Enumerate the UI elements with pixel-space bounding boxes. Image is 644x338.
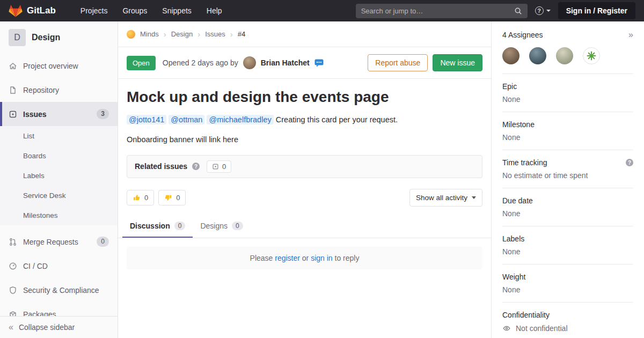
breadcrumb-project[interactable]: Design	[171, 30, 193, 38]
award-emoji-row: 0 0 Show all activity	[127, 189, 482, 207]
nav-item-groups[interactable]: Groups	[122, 6, 147, 15]
description-text: Creating this card per your request.	[276, 115, 398, 124]
issue-glyph-icon	[212, 163, 219, 170]
sidebar-item-label: Issues	[23, 110, 47, 119]
gitlab-tanuki-icon	[9, 4, 23, 17]
section-value: None	[502, 209, 633, 218]
collapse-right-sidebar-icon[interactable]: »	[628, 31, 633, 39]
sidebar-section-milestone: Milestone None	[502, 112, 633, 150]
shield-icon	[9, 286, 17, 295]
search-input[interactable]	[361, 7, 514, 15]
sidebar-subitem-list[interactable]: List	[0, 126, 118, 146]
related-issues-count: 0	[222, 163, 226, 171]
mention-link[interactable]: @jotto141	[127, 115, 166, 124]
chevron-right-icon: ›	[230, 30, 233, 39]
help-dropdown[interactable]: ?	[535, 6, 551, 15]
issues-count-badge: 3	[97, 109, 109, 119]
related-issues-title: Related issues	[135, 162, 187, 171]
sidebar-item-label: Security & Compliance	[23, 286, 99, 295]
issue-tabs: Discussion 0 Designs 0	[118, 215, 491, 238]
assignee-avatar[interactable]	[556, 47, 573, 64]
brand-name: GitLab	[27, 5, 56, 16]
collapse-sidebar-label: Collapse sidebar	[19, 323, 75, 332]
assignees-title: 4 Assignees	[502, 31, 543, 39]
help-circle-icon[interactable]: ?	[192, 163, 200, 170]
thumbs-up-button[interactable]: 0	[127, 190, 154, 205]
issue-title: Mock up and design the events page	[127, 89, 482, 106]
question-circle-icon: ?	[535, 6, 544, 15]
mention-link[interactable]: @ottman	[169, 115, 204, 124]
help-circle-icon[interactable]: ?	[626, 159, 633, 166]
breadcrumb-group[interactable]: Minds	[140, 30, 159, 38]
section-value: Not confidential	[516, 324, 568, 333]
section-value: No estimate or time spent	[502, 171, 633, 180]
sidebar-item-issues[interactable]: Issues 3	[0, 102, 118, 126]
sidebar-item-ci-cd[interactable]: CI / CD	[0, 254, 118, 278]
assignee-avatar[interactable]	[583, 47, 600, 64]
sidebar-subitem-labels[interactable]: Labels	[0, 166, 118, 186]
mention-link[interactable]: @michaelfbradley	[207, 115, 273, 124]
sidebar-item-project-overview[interactable]: Project overview	[0, 54, 118, 78]
sidebar-item-merge-requests[interactable]: Merge Requests 0	[0, 230, 118, 254]
reply-prompt: Please register or sign in to reply	[127, 247, 482, 269]
sidebar-subitem-milestones[interactable]: Milestones	[0, 205, 118, 225]
register-link[interactable]: register	[275, 254, 300, 262]
related-issues-count-pill: 0	[207, 160, 231, 173]
thumbs-down-button[interactable]: 0	[158, 190, 186, 205]
section-label: Labels	[502, 234, 633, 243]
issue-description: @jotto141 @ottman @michaelfbradley Creat…	[127, 114, 482, 126]
main-content: Minds › Design › Issues › #4 Open Opened…	[118, 21, 491, 338]
group-avatar[interactable]	[127, 30, 135, 39]
new-issue-button[interactable]: New issue	[433, 54, 482, 71]
tab-discussion[interactable]: Discussion 0	[122, 215, 193, 238]
section-value: None	[502, 133, 633, 142]
assignees-header: 4 Assignees »	[502, 31, 633, 39]
nav-item-projects[interactable]: Projects	[80, 6, 108, 15]
assignee-avatar[interactable]	[502, 47, 519, 64]
sidebar-subitem-boards[interactable]: Boards	[0, 146, 118, 166]
breadcrumb-issues[interactable]: Issues	[205, 30, 225, 38]
merge-requests-count-badge: 0	[97, 237, 109, 246]
tab-label: Designs	[200, 222, 228, 230]
tab-count-badge: 0	[174, 222, 186, 230]
tab-label: Discussion	[130, 222, 170, 230]
left-sidebar: D Design Project overview Repository Iss…	[0, 21, 118, 338]
project-avatar: D	[9, 29, 26, 46]
reply-text: to reply	[335, 254, 360, 262]
tab-designs[interactable]: Designs 0	[193, 215, 250, 238]
reply-text: Please	[250, 254, 273, 262]
opened-text: Opened 2 days ago by	[163, 58, 238, 67]
activity-filter-dropdown[interactable]: Show all activity	[409, 189, 482, 207]
assignee-avatar[interactable]	[529, 47, 546, 64]
report-abuse-button[interactable]: Report abuse	[368, 54, 428, 71]
sidebar-item-repository[interactable]: Repository	[0, 78, 118, 102]
issues-icon	[9, 110, 17, 119]
eye-icon	[502, 325, 511, 332]
thumbs-up-count: 0	[144, 194, 148, 202]
sidebar-section-due-date: Due date None	[502, 188, 633, 226]
sidebar-section-weight: Weight None	[502, 264, 633, 302]
project-nav: Project overview Repository Issues 3 Lis…	[0, 54, 118, 326]
nav-item-help[interactable]: Help	[207, 6, 222, 15]
sidebar-item-label: Repository	[23, 86, 59, 94]
collapse-sidebar-button[interactable]: « Collapse sidebar	[0, 316, 118, 338]
nav-item-snippets[interactable]: Snippets	[162, 6, 191, 15]
breadcrumb-issue-number: #4	[238, 30, 245, 38]
sidebar-subitem-service-desk[interactable]: Service Desk	[0, 186, 118, 205]
section-label: Weight	[502, 273, 633, 281]
project-name: Design	[32, 33, 60, 42]
author-name[interactable]: Brian Hatchet	[261, 58, 310, 67]
sidebar-section-time-tracking: Time tracking ? No estimate or time spen…	[502, 150, 633, 188]
section-value: None	[502, 247, 633, 256]
sign-in-register-button[interactable]: Sign in / Register	[558, 2, 635, 19]
sign-in-link[interactable]: sign in	[311, 254, 332, 262]
top-navbar: GitLab Projects Groups Snippets Help ? S…	[0, 0, 644, 21]
gauge-icon	[9, 262, 17, 270]
section-value: None	[502, 285, 633, 294]
author-avatar[interactable]	[243, 56, 256, 69]
gitlab-logo-link[interactable]: GitLab	[9, 4, 56, 17]
search-icon[interactable]	[514, 7, 522, 15]
project-header-link[interactable]: D Design	[0, 21, 118, 54]
chevron-right-icon: ›	[164, 30, 166, 39]
sidebar-item-security-compliance[interactable]: Security & Compliance	[0, 278, 118, 302]
